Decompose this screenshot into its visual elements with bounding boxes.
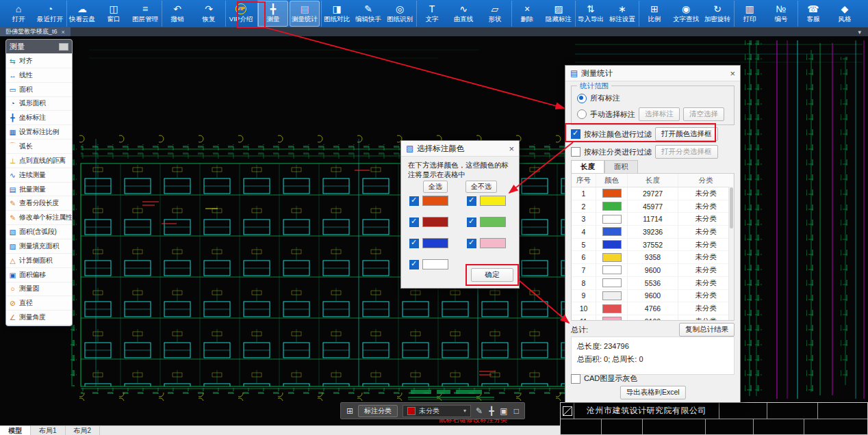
export-excel-button[interactable]: 导出表格到Excel bbox=[620, 386, 685, 399]
toolbar-button[interactable]: ▨ 隐藏标注 bbox=[544, 1, 574, 27]
measure-tool-item[interactable]: ∠ 测量角度 bbox=[6, 310, 72, 324]
measure-tool-item[interactable]: △ 计算侧面积 bbox=[6, 253, 72, 267]
toolbar-button[interactable]: ╋ 测量 bbox=[257, 1, 288, 27]
toolbar-button[interactable]: ◨ 图纸对比 bbox=[321, 1, 352, 27]
toolbar-button[interactable]: ◉ 文字查找 bbox=[671, 1, 701, 27]
select-all-button[interactable]: 全选 bbox=[423, 181, 448, 193]
toolbar-button[interactable]: ↻ 加密旋转 bbox=[702, 1, 732, 27]
layout-tab[interactable]: 布局2 bbox=[66, 426, 101, 435]
measure-tool-item[interactable]: ⊘ 直径 bbox=[6, 295, 72, 310]
classification-dropdown[interactable]: 未分类 ▾ bbox=[403, 405, 471, 417]
box-icon[interactable]: □ bbox=[514, 406, 519, 416]
table-row[interactable]: 7 9600 未分类 bbox=[572, 264, 734, 277]
toolbar-button[interactable]: ▱ 形状 bbox=[480, 1, 510, 27]
document-tab[interactable]: 卧佛堂教学楼底_t6 × bbox=[0, 27, 71, 36]
measure-panel-header[interactable]: 测量 bbox=[6, 40, 72, 53]
measure-tool-item[interactable]: ⌒ 弧长 bbox=[6, 139, 72, 153]
checkbox-unchecked-icon[interactable] bbox=[571, 147, 580, 157]
table-row[interactable]: 3 11714 未分类 bbox=[572, 213, 734, 226]
measure-tool-item[interactable]: ▤ 批量测量 bbox=[6, 182, 72, 196]
table-row[interactable]: 10 4766 未分类 bbox=[572, 302, 734, 315]
measure-tool-item[interactable]: ⊥ 点到直线的距离 bbox=[6, 153, 72, 168]
toolbar-button[interactable]: VIP VIP介绍 bbox=[225, 1, 256, 27]
tab-area[interactable]: 面积 bbox=[604, 160, 638, 174]
classify-annotation-button[interactable]: 标注分类 bbox=[358, 405, 398, 417]
dialog-titlebar[interactable]: ▤ 测量统计 × bbox=[565, 66, 740, 81]
open-color-picker-button[interactable]: 打开颜色选择框 bbox=[655, 127, 718, 141]
toolbar-button[interactable]: ☎ 客服 bbox=[797, 1, 828, 27]
measure-tool-item[interactable]: ↔ 线性 bbox=[6, 68, 72, 82]
measure-tool-item[interactable]: ╋ 坐标标注 bbox=[6, 110, 72, 124]
color-option[interactable] bbox=[467, 217, 506, 227]
measure-tool-item[interactable]: ▣ 面积偏移 bbox=[6, 267, 72, 282]
checkbox-checked-icon[interactable] bbox=[409, 239, 419, 248]
panel-pin-icon[interactable] bbox=[59, 43, 68, 51]
toolbar-button[interactable]: T 文字 bbox=[416, 1, 447, 27]
toolbar-button[interactable]: × 删除 bbox=[511, 1, 542, 27]
measure-tool-item[interactable]: ⇆ 对齐 bbox=[6, 53, 72, 68]
toolbar-button[interactable]: ⇅ 导入导出 bbox=[575, 1, 606, 27]
color-option[interactable] bbox=[409, 259, 448, 269]
toolbar-button[interactable]: ✎ 编辑快手 bbox=[353, 1, 383, 27]
scrollbar-thumb[interactable] bbox=[730, 187, 733, 228]
toolbar-button[interactable]: ☁ 快看云盘 bbox=[66, 1, 97, 27]
copy-total-button[interactable]: 复制总计结果 bbox=[679, 323, 735, 337]
color-option[interactable] bbox=[409, 217, 448, 227]
toolbar-button[interactable]: ◆ 风格 bbox=[830, 1, 860, 27]
toolbar-button[interactable]: ▥ 打印 bbox=[734, 1, 765, 27]
tab-length[interactable]: 长度 bbox=[571, 160, 604, 174]
table-row[interactable]: 1 29727 未分类 bbox=[572, 187, 734, 200]
toolbar-button[interactable]: ⌂ 打开 bbox=[3, 1, 34, 27]
checkbox-checked-icon[interactable] bbox=[467, 196, 476, 206]
checkbox-checked-icon[interactable] bbox=[409, 218, 419, 227]
color-option[interactable] bbox=[467, 196, 506, 206]
toolbar-button[interactable]: ◔ 最近打开 bbox=[35, 1, 65, 27]
clear-selection-button[interactable]: 清空选择 bbox=[683, 107, 724, 121]
table-row[interactable]: 11 9100 未分类 bbox=[572, 315, 734, 321]
table-row[interactable]: 2 45977 未分类 bbox=[572, 200, 734, 213]
annotation-edit-icon[interactable]: ✎ bbox=[476, 406, 483, 416]
close-icon[interactable]: × bbox=[730, 68, 735, 79]
table-row[interactable]: 6 9358 未分类 bbox=[572, 251, 734, 264]
toolbar-button[interactable]: ∿ 曲直线 bbox=[448, 1, 478, 27]
layout-tab[interactable]: 模型 bbox=[0, 426, 31, 435]
checkbox-checked-icon[interactable] bbox=[467, 239, 476, 248]
checkbox-checked-icon[interactable] bbox=[571, 129, 580, 139]
toolbar-button[interactable]: ↶ 撤销 bbox=[162, 1, 192, 27]
toolbar-button[interactable]: ⊞ 比例 bbox=[639, 1, 669, 27]
table-row[interactable]: 5 37552 未分类 bbox=[572, 239, 734, 252]
toolbar-button[interactable]: № 编号 bbox=[766, 1, 796, 27]
radio-unselected-icon[interactable] bbox=[577, 109, 587, 119]
copy-icon[interactable]: ▣ bbox=[500, 406, 507, 416]
checkbox-checked-icon[interactable] bbox=[409, 196, 419, 206]
radio-all-annotations[interactable]: 所有标注 bbox=[577, 93, 620, 103]
toolbar-button[interactable]: ◎ 图纸识别 bbox=[385, 1, 415, 27]
grid-icon[interactable]: ⊞ bbox=[346, 406, 353, 416]
toolbar-button[interactable]: ▤ 测量统计 bbox=[290, 1, 320, 27]
toolbar-button[interactable]: ↷ 恢复 bbox=[194, 1, 224, 27]
table-row[interactable]: 9 9600 未分类 bbox=[572, 290, 734, 303]
ok-button[interactable]: 确定 bbox=[471, 268, 513, 282]
toolbar-button[interactable]: ☉ 关于 bbox=[861, 1, 868, 27]
checkbox-checked-icon[interactable] bbox=[467, 218, 476, 227]
measure-tool-item[interactable]: ◔ 弧形面积 bbox=[6, 96, 72, 111]
table-row[interactable]: 4 39236 未分类 bbox=[572, 226, 734, 239]
measure-tool-item[interactable]: ▦ 设置标注比例 bbox=[6, 124, 72, 139]
color-option[interactable] bbox=[409, 238, 448, 248]
measure-tool-item[interactable]: ▭ 面积 bbox=[6, 82, 72, 96]
ribbon-collapse-icon[interactable]: ▾ bbox=[858, 29, 861, 36]
measure-tool-item[interactable]: ▦ 测量统计 bbox=[6, 324, 72, 326]
dialog-titlebar[interactable]: ▧ 选择标注颜色 × bbox=[401, 141, 519, 157]
open-class-picker-button[interactable]: 打开分类选择框 bbox=[655, 145, 718, 159]
checkbox-unchecked-icon[interactable] bbox=[571, 374, 580, 384]
select-none-button[interactable]: 全不选 bbox=[465, 181, 497, 193]
radio-manual-select[interactable]: 手动选择标注 选择标注 清空选择 bbox=[577, 107, 732, 121]
move-icon[interactable]: ╋ bbox=[489, 406, 494, 416]
table-scrollbar[interactable] bbox=[728, 187, 734, 320]
select-annotation-button[interactable]: 选择标注 bbox=[639, 107, 680, 121]
radio-selected-icon[interactable] bbox=[577, 94, 587, 103]
measure-tool-item[interactable]: ✎ 查看分段长度 bbox=[6, 196, 72, 210]
color-option[interactable] bbox=[409, 196, 448, 206]
measure-tool-item[interactable]: ∿ 连续测量 bbox=[6, 168, 72, 182]
measure-tool-item[interactable]: ▨ 测量填充面积 bbox=[6, 239, 72, 253]
